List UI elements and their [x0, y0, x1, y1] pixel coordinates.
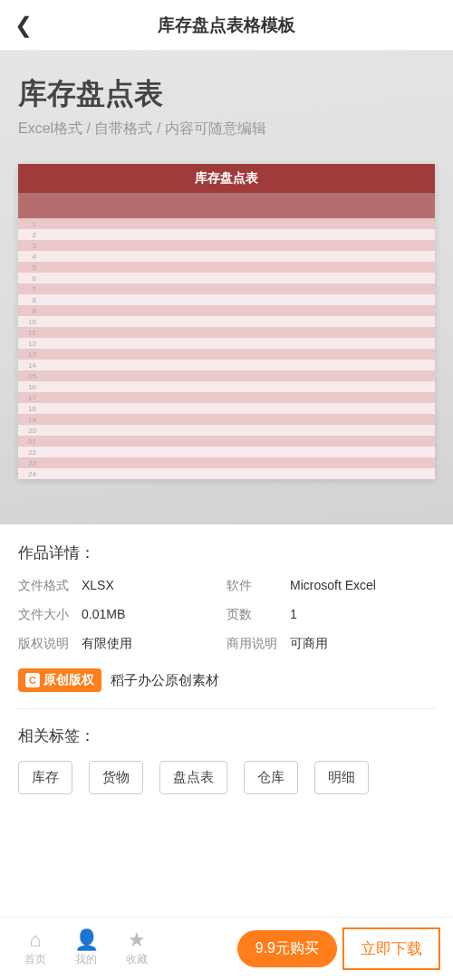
- sheet-row: 7: [18, 283, 435, 294]
- sheet-row: 2: [18, 229, 435, 240]
- row-number: 1: [18, 220, 40, 228]
- sheet-row: 22: [18, 447, 435, 457]
- sheet-row: 14: [18, 360, 435, 370]
- original-source-text: 稻子办公原创素材: [111, 672, 219, 689]
- template-preview: 库存盘点表 Excel格式 / 自带格式 / 内容可随意编辑 库存盘点表 123…: [0, 51, 453, 524]
- buy-button[interactable]: 9.9元购买: [237, 930, 337, 967]
- row-number: 5: [18, 264, 40, 272]
- row-number: 23: [18, 459, 40, 467]
- row-number: 8: [18, 296, 40, 304]
- page-title: 库存盘点表格模板: [36, 14, 417, 37]
- tags-heading: 相关标签：: [18, 725, 435, 746]
- tag-货物[interactable]: 货物: [89, 761, 143, 794]
- row-number: 17: [18, 394, 40, 402]
- sheet-row: 17: [18, 392, 435, 403]
- row-number: 22: [18, 448, 40, 456]
- sheet-row: 20: [18, 425, 435, 436]
- value-size: 0.01MB: [82, 607, 226, 623]
- spreadsheet-preview: 库存盘点表 1234567891011121314151617181920212…: [18, 164, 435, 479]
- bottom-bar: ⌂ 首页 👤 我的 ★ 收藏 9.9元购买 立即下载: [0, 917, 453, 980]
- sheet-row: 16: [18, 381, 435, 392]
- value-format: XLSX: [82, 578, 226, 594]
- nav-fav[interactable]: ★ 收藏: [114, 930, 159, 967]
- value-software: Microsoft Excel: [290, 578, 435, 594]
- label-copyright: 版权说明: [18, 636, 82, 652]
- sheet-row: 6: [18, 273, 435, 283]
- divider: [18, 708, 435, 709]
- original-row: C 原创版权 稻子办公原创素材: [18, 668, 435, 692]
- tags-list: 库存货物盘点表仓库明细: [18, 761, 435, 794]
- row-number: 24: [18, 470, 40, 478]
- sheet-row: 23: [18, 457, 435, 468]
- row-number: 21: [18, 437, 40, 446]
- row-number: 18: [18, 405, 40, 413]
- row-number: 2: [18, 231, 40, 239]
- tag-仓库[interactable]: 仓库: [244, 761, 298, 794]
- home-icon: ⌂: [29, 930, 41, 950]
- sheet-row: 8: [18, 294, 435, 305]
- sheet-header-row: [18, 193, 435, 218]
- sheet-row: 10: [18, 316, 435, 327]
- row-number: 10: [18, 318, 40, 326]
- nav-mine[interactable]: 👤 我的: [63, 930, 109, 967]
- sheet-row: 4: [18, 251, 435, 262]
- label-commercial: 商用说明: [226, 636, 290, 652]
- sheet-row: 9: [18, 305, 435, 316]
- sheet-row: 24: [18, 468, 435, 479]
- original-badge: C 原创版权: [18, 668, 101, 692]
- row-number: 16: [18, 383, 40, 391]
- row-number: 14: [18, 361, 40, 370]
- label-format: 文件格式: [18, 578, 82, 594]
- label-pages: 页数: [226, 607, 290, 623]
- value-commercial: 可商用: [290, 636, 435, 652]
- row-number: 15: [18, 372, 40, 380]
- sheet-row: 12: [18, 338, 435, 349]
- row-number: 12: [18, 340, 40, 348]
- label-size: 文件大小: [18, 607, 82, 623]
- tag-盘点表[interactable]: 盘点表: [159, 761, 227, 794]
- nav-home[interactable]: ⌂ 首页: [13, 930, 58, 967]
- header: ❮ 库存盘点表格模板: [0, 0, 453, 51]
- sheet-row: 5: [18, 262, 435, 273]
- row-number: 11: [18, 329, 40, 337]
- nav-mine-label: 我的: [75, 952, 97, 967]
- details-grid: 文件格式 XLSX 软件 Microsoft Excel 文件大小 0.01MB…: [18, 578, 435, 652]
- row-number: 13: [18, 351, 40, 359]
- sheet-body: 123456789101112131415161718192021222324: [18, 218, 435, 479]
- sheet-row: 19: [18, 414, 435, 425]
- sheet-title: 库存盘点表: [18, 164, 435, 193]
- sheet-row: 15: [18, 370, 435, 381]
- value-copyright: 有限使用: [82, 636, 226, 652]
- row-number: 7: [18, 285, 40, 293]
- star-icon: ★: [128, 930, 146, 950]
- row-number: 3: [18, 242, 40, 250]
- sheet-row: 18: [18, 403, 435, 414]
- user-icon: 👤: [74, 930, 99, 950]
- details-section: 作品详情： 文件格式 XLSX 软件 Microsoft Excel 文件大小 …: [0, 524, 453, 803]
- row-number: 6: [18, 274, 40, 283]
- nav-fav-label: 收藏: [126, 952, 148, 967]
- original-badge-text: 原创版权: [43, 672, 94, 688]
- tag-明细[interactable]: 明细: [314, 761, 369, 794]
- row-number: 4: [18, 253, 40, 261]
- sheet-row: 1: [18, 218, 435, 229]
- sheet-row: 3: [18, 240, 435, 251]
- row-number: 19: [18, 416, 40, 424]
- sheet-row: 21: [18, 436, 435, 447]
- row-number: 20: [18, 427, 40, 435]
- nav-home-label: 首页: [24, 952, 46, 967]
- download-button[interactable]: 立即下载: [342, 927, 440, 970]
- back-icon[interactable]: ❮: [14, 13, 36, 38]
- preview-subtitle: Excel格式 / 自带格式 / 内容可随意编辑: [18, 120, 435, 139]
- tag-库存[interactable]: 库存: [18, 761, 72, 794]
- sheet-row: 11: [18, 327, 435, 338]
- copyright-c-icon: C: [25, 673, 40, 687]
- sheet-row: 13: [18, 349, 435, 360]
- preview-title: 库存盘点表: [18, 74, 435, 114]
- details-heading: 作品详情：: [18, 543, 435, 563]
- row-number: 9: [18, 307, 40, 315]
- label-software: 软件: [226, 578, 290, 594]
- value-pages: 1: [290, 607, 435, 623]
